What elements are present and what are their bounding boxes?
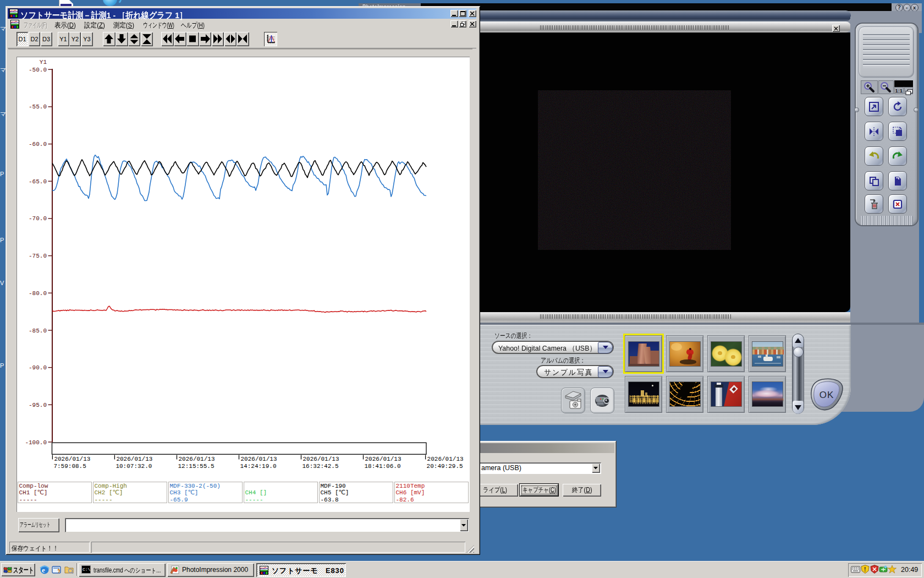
svg-text:!: ! — [864, 566, 866, 572]
